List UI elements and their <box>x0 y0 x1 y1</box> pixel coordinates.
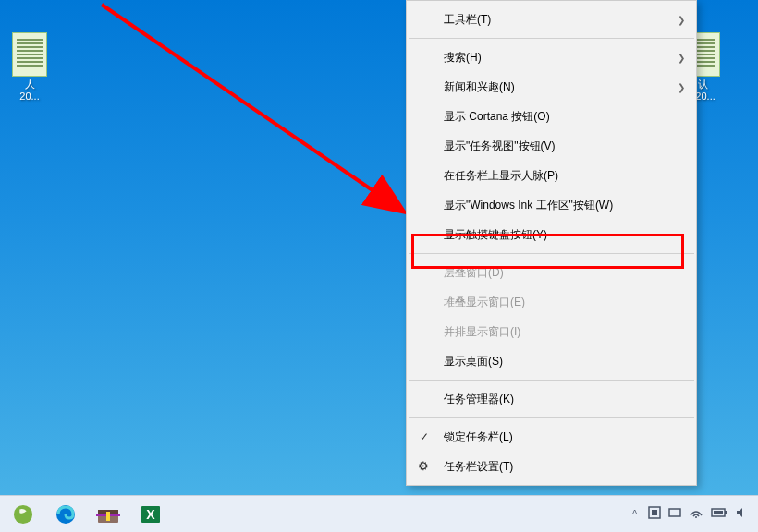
svg-rect-11 <box>652 510 657 515</box>
arrow-annotation <box>92 0 416 231</box>
menu-item-label: 显示"任务视图"按钮(V) <box>444 139 556 152</box>
svg-point-13 <box>695 516 697 518</box>
menu-item-sidebyside: 并排显示窗口(I) <box>407 317 696 346</box>
menu-item-show-desktop[interactable]: 显示桌面(S) <box>407 346 696 376</box>
menu-item-touch-keyboard[interactable]: 显示触摸键盘按钮(Y) <box>407 220 696 249</box>
menu-item-news[interactable]: 新闻和兴趣(N) ❯ <box>407 72 696 102</box>
svg-text:X: X <box>146 507 155 522</box>
menu-item-toolbar[interactable]: 工具栏(T) ❯ <box>407 5 696 34</box>
tray-overflow-caret[interactable]: ^ <box>629 509 641 519</box>
icon-label: 人 <box>2 79 57 91</box>
tray-volume-icon[interactable] <box>735 506 748 522</box>
menu-item-label: 并排显示窗口(I) <box>444 325 520 338</box>
menu-item-label: 显示"Windows Ink 工作区"按钮(W) <box>444 199 613 212</box>
taskbar-app-winrar[interactable] <box>88 497 128 532</box>
menu-item-label: 任务管理器(K) <box>444 393 514 405</box>
desktop[interactable]: 人 20... 认 220... 工具栏(T) ❯ 搜索(H) ❯ 新闻和兴趣(… <box>0 0 758 495</box>
menu-item-taskview[interactable]: 显示"任务视图"按钮(V) <box>407 131 696 161</box>
taskbar-app-edge[interactable] <box>45 497 86 532</box>
taskbar-app-excel[interactable]: X <box>130 497 171 532</box>
tray-app-icon[interactable] <box>648 506 661 522</box>
menu-item-label: 层叠窗口(D) <box>444 266 504 279</box>
svg-rect-7 <box>106 512 110 521</box>
svg-rect-16 <box>714 511 723 514</box>
start-button[interactable] <box>3 497 43 532</box>
svg-rect-15 <box>725 511 727 514</box>
system-tray: ^ <box>629 506 755 522</box>
excel-icon: X <box>140 503 162 526</box>
windows-logo-icon <box>13 504 33 525</box>
svg-rect-12 <box>669 509 680 516</box>
tray-battery-icon[interactable] <box>711 507 727 521</box>
gear-icon: ⚙ <box>418 457 429 476</box>
menu-separator <box>409 417 694 418</box>
menu-item-lock-taskbar[interactable]: ✓ 锁定任务栏(L) <box>407 422 696 452</box>
desktop-icon-file-1[interactable]: 人 20... <box>2 32 57 103</box>
svg-line-1 <box>102 5 402 211</box>
menu-item-label: 新闻和兴趣(N) <box>444 80 515 93</box>
menu-item-stack: 堆叠显示窗口(E) <box>407 287 696 317</box>
taskbar[interactable]: X ^ <box>0 495 758 532</box>
submenu-arrow-icon: ❯ <box>678 51 685 65</box>
menu-separator <box>409 253 694 254</box>
tray-network-icon[interactable] <box>689 506 703 522</box>
menu-item-taskbar-settings[interactable]: ⚙ 任务栏设置(T) <box>407 452 696 481</box>
checkmark-icon: ✓ <box>420 429 429 445</box>
menu-item-ink[interactable]: 显示"Windows Ink 工作区"按钮(W) <box>407 190 696 220</box>
edge-icon <box>55 503 77 526</box>
menu-item-label: 显示 Cortana 按钮(O) <box>444 110 550 123</box>
svg-point-2 <box>14 504 32 523</box>
text-file-icon <box>12 32 47 77</box>
taskbar-left: X <box>3 497 171 532</box>
menu-separator <box>409 38 694 39</box>
menu-item-label: 显示桌面(S) <box>444 355 503 368</box>
winrar-icon <box>96 504 120 525</box>
menu-item-people[interactable]: 在任务栏上显示人脉(P) <box>407 161 696 190</box>
icon-label-line2: 20... <box>2 91 57 103</box>
menu-item-label: 任务栏设置(T) <box>444 460 513 473</box>
menu-item-label: 工具栏(T) <box>444 13 491 26</box>
menu-separator <box>409 380 694 381</box>
menu-item-cascade: 层叠窗口(D) <box>407 258 696 287</box>
menu-item-search[interactable]: 搜索(H) ❯ <box>407 42 696 72</box>
menu-item-label: 显示触摸键盘按钮(Y) <box>444 228 547 241</box>
menu-item-cortana[interactable]: 显示 Cortana 按钮(O) <box>407 102 696 131</box>
menu-item-label: 在任务栏上显示人脉(P) <box>444 169 558 182</box>
tray-input-icon[interactable] <box>668 506 681 522</box>
menu-item-label: 堆叠显示窗口(E) <box>444 296 525 308</box>
menu-item-label: 搜索(H) <box>444 51 482 64</box>
taskbar-context-menu: 工具栏(T) ❯ 搜索(H) ❯ 新闻和兴趣(N) ❯ 显示 Cortana 按… <box>406 0 697 486</box>
menu-item-label: 锁定任务栏(L) <box>444 430 513 443</box>
submenu-arrow-icon: ❯ <box>678 13 685 27</box>
menu-item-task-manager[interactable]: 任务管理器(K) <box>407 384 696 414</box>
submenu-arrow-icon: ❯ <box>678 80 685 94</box>
